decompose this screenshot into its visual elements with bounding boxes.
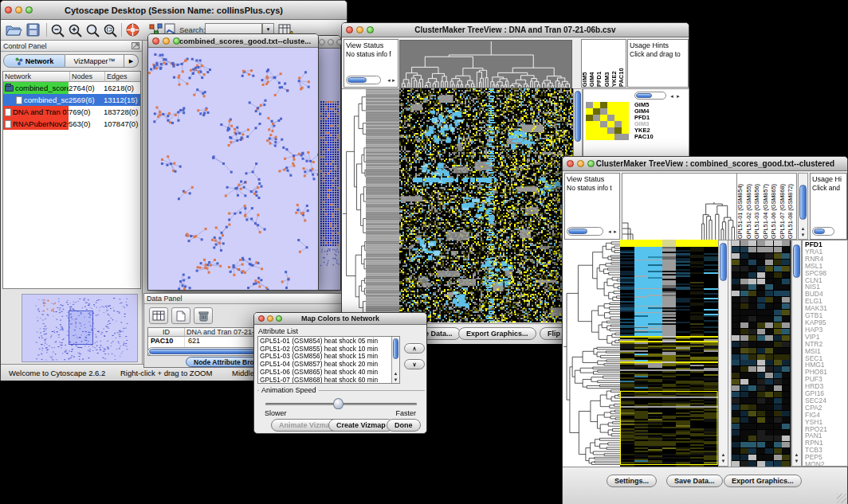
help-ring-icon[interactable] — [125, 22, 140, 37]
matrix-cell[interactable] — [607, 127, 614, 134]
main-titlebar[interactable]: Cytoscape Desktop (Session Name: collins… — [1, 1, 347, 20]
treeview1-titlebar[interactable]: ClusterMaker TreeView : DNA and Tran 07-… — [342, 23, 689, 37]
minimize-icon[interactable] — [577, 160, 584, 167]
tab-overflow-button[interactable]: ▶ — [124, 54, 139, 68]
tv1-heatmap[interactable] — [399, 88, 573, 322]
matrix-cell[interactable] — [622, 127, 629, 134]
background-network-window[interactable] — [316, 35, 341, 291]
attribute-list-vscrollbar[interactable]: ▲ ▼ — [391, 337, 399, 383]
matrix-cell[interactable] — [593, 102, 600, 108]
tv2-column-dendrogram[interactable] — [622, 173, 738, 240]
scrollbar-thumb[interactable] — [393, 338, 398, 359]
network-view-canvas[interactable] — [148, 48, 318, 290]
matrix-cell[interactable] — [614, 127, 622, 134]
scroll-up-icon[interactable]: ▲ — [799, 225, 807, 232]
scrollbar-thumb[interactable] — [814, 229, 825, 234]
matrix-cell[interactable] — [614, 134, 622, 140]
network-view-titlebar[interactable]: combined_scores_good.txt--cluste... — [148, 34, 318, 48]
zoom-in-icon[interactable] — [68, 23, 84, 37]
network-row[interactable]: combined_scores2764(0)16218(0) — [3, 82, 140, 94]
matrix-cell[interactable] — [600, 108, 607, 115]
zoom-window-icon[interactable] — [587, 160, 595, 167]
matrix-cell[interactable] — [622, 121, 629, 127]
scroll-right-icon[interactable]: ► — [613, 229, 618, 235]
attribute-list-item[interactable]: GPL51-06 (GSM865) heat shock 40 min — [258, 369, 399, 377]
scrollbar-thumb[interactable] — [720, 243, 727, 281]
tv2-zoom-panel[interactable] — [731, 240, 791, 468]
tv1-status-scrollbar[interactable] — [346, 76, 381, 84]
zoom-window-icon[interactable] — [276, 315, 282, 322]
resize-grip[interactable] — [837, 494, 846, 503]
matrix-cell[interactable] — [607, 108, 614, 115]
tv2-usage-scrollbar[interactable] — [812, 227, 834, 236]
scrollbar-thumb[interactable] — [575, 91, 581, 142]
matrix-cell[interactable] — [614, 108, 622, 115]
scrollbar-thumb[interactable] — [636, 93, 652, 98]
matrix-cell[interactable] — [600, 134, 607, 140]
matrix-cell[interactable] — [614, 102, 622, 108]
matrix-cell[interactable] — [593, 115, 600, 121]
matrix-cell[interactable] — [593, 127, 600, 134]
matrix-cell[interactable] — [622, 115, 629, 121]
tv2-gene-list[interactable]: PFD1YRA1RNR4MSL1SPC98CLN1NIS1BUD4ELG1MAK… — [802, 240, 848, 467]
tv1-row-dendrogram[interactable] — [342, 88, 366, 323]
tv2-row-dendrogram[interactable] — [563, 240, 620, 467]
tv1-zoom-matrix[interactable] — [586, 102, 629, 140]
save-data---button[interactable]: Save Data... — [666, 475, 723, 487]
matrix-cell[interactable] — [607, 115, 614, 121]
close-icon[interactable] — [152, 37, 159, 45]
tv2-status-scrollbar[interactable] — [567, 227, 603, 236]
matrix-cell[interactable] — [586, 134, 593, 140]
export-graphics---button[interactable]: Export Graphics... — [724, 475, 802, 487]
dialog-titlebar[interactable]: Map Colors to Network — [254, 313, 426, 325]
settings---button[interactable]: Settings... — [607, 475, 657, 487]
matrix-cell[interactable] — [586, 108, 593, 115]
attribute-list-item[interactable]: GPL51-04 (GSM857) heat shock 20 min — [258, 361, 399, 369]
matrix-cell[interactable] — [607, 134, 614, 140]
minimize-icon[interactable] — [15, 6, 22, 14]
network-row[interactable]: RNAPuberNov2+563(0)107847(0) — [3, 118, 140, 130]
matrix-cell[interactable] — [586, 102, 593, 108]
zoom-out-icon[interactable] — [50, 23, 66, 37]
done-button[interactable]: Done — [387, 419, 421, 432]
zoom-fit-icon[interactable] — [85, 23, 101, 37]
col-edges[interactable]: Edges — [105, 72, 140, 82]
matrix-cell[interactable] — [607, 102, 614, 108]
zoom-window-icon[interactable] — [26, 6, 33, 14]
tv1-zoom-hscrollbar[interactable] — [634, 92, 666, 100]
float-panel-icon[interactable] — [132, 42, 139, 49]
zoom-window-icon[interactable] — [173, 37, 180, 45]
close-icon[interactable] — [258, 315, 265, 322]
scroll-down-icon[interactable]: ▼ — [392, 377, 399, 383]
matrix-cell[interactable] — [593, 121, 600, 127]
background-network-canvas[interactable] — [316, 49, 340, 290]
tv2-heatmap[interactable] — [620, 240, 718, 467]
scroll-left-icon[interactable]: ◄ — [669, 93, 674, 100]
network-row[interactable]: combined_sco2569(6)13112(15) — [3, 94, 140, 106]
network-row[interactable]: DNA and Tran 07769(0)183728(0) — [3, 106, 140, 118]
treeview2-titlebar[interactable]: ClusterMaker TreeView : combined_scores_… — [563, 157, 847, 171]
tv2-genes-vscrollbar[interactable]: ▲ ▼ — [791, 240, 802, 467]
zoom-selected-icon[interactable] — [103, 23, 119, 37]
scroll-down-icon[interactable]: ▼ — [799, 232, 807, 238]
tv2-heatmap-vscrollbar[interactable]: ▲ ▼ — [718, 240, 728, 467]
matrix-cell[interactable] — [586, 127, 593, 134]
scroll-up-icon[interactable]: ▲ — [392, 370, 399, 377]
matrix-cell[interactable] — [600, 121, 607, 127]
zoom-window-icon[interactable] — [367, 26, 374, 33]
scroll-left-icon[interactable]: ◄ — [607, 229, 612, 235]
new-attribute-icon[interactable] — [171, 307, 190, 324]
close-icon[interactable] — [567, 160, 574, 167]
matrix-cell[interactable] — [600, 127, 607, 134]
open-folder-icon[interactable] — [6, 23, 22, 37]
create-vizmap-button[interactable]: Create Vizmap — [328, 419, 394, 432]
minimize-icon[interactable] — [328, 39, 334, 45]
tv1-column-dendrogram[interactable] — [399, 40, 572, 88]
col-id[interactable]: ID — [148, 328, 185, 337]
scrollbar-thumb[interactable] — [793, 244, 800, 278]
matrix-cell[interactable] — [622, 108, 629, 115]
attribute-list-item[interactable]: GPL51-07 (GSM868) heat shock 60 min — [258, 377, 399, 384]
minimize-icon[interactable] — [267, 315, 273, 322]
matrix-cell[interactable] — [600, 102, 607, 108]
scroll-down-icon[interactable]: ▼ — [792, 458, 801, 464]
